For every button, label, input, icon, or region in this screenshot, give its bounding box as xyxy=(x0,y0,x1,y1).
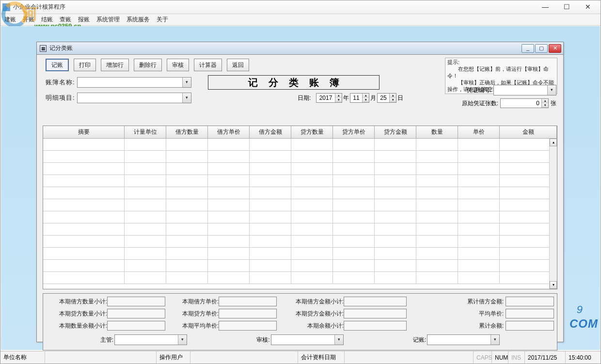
debit-amount-subtotal-input[interactable] xyxy=(344,297,407,306)
menu-about[interactable]: 关于 xyxy=(157,16,168,24)
chevron-down-icon[interactable]: ▾ xyxy=(182,93,191,103)
minimize-button[interactable]: — xyxy=(535,2,556,13)
ledger-minimize-button[interactable]: _ xyxy=(522,44,534,53)
status-ins: INS xyxy=(508,351,525,364)
col-unit[interactable]: 计量单位 xyxy=(125,126,166,138)
calculator-button[interactable]: 计算器 xyxy=(194,59,222,71)
debit-qty-subtotal-input[interactable] xyxy=(107,297,165,306)
table-row[interactable] xyxy=(43,163,557,175)
avg-price-input[interactable] xyxy=(506,309,554,318)
detail-combo[interactable]: ▾ xyxy=(77,93,191,103)
menu-new-account[interactable]: 建账 xyxy=(4,16,16,24)
grid-header: 摘要 计量单位 借方数量 借方单价 借方金额 贷方数量 贷方单价 贷方金额 数量… xyxy=(43,126,557,139)
spin-down-icon[interactable]: ▾ xyxy=(542,103,548,108)
menu-sys-manage[interactable]: 系统管理 xyxy=(96,16,120,24)
table-row[interactable] xyxy=(43,139,557,151)
scroll-down-icon[interactable]: ▾ xyxy=(550,281,557,289)
menu-query[interactable]: 查账 xyxy=(60,16,71,24)
back-button[interactable]: 返回 xyxy=(227,59,249,71)
col-credit-amount[interactable]: 贷方金额 xyxy=(375,126,416,138)
status-date-label: 会计资料日期 xyxy=(298,351,345,364)
auditor-combo[interactable]: ▾ xyxy=(271,334,344,345)
year-spinner[interactable]: ▴▾ xyxy=(316,93,342,103)
st-label: 本期借方金额小计: xyxy=(281,298,344,306)
col-credit-price[interactable]: 贷方单价 xyxy=(333,126,375,138)
menu-sys-service[interactable]: 系统服务 xyxy=(127,16,150,24)
hint-title: 提示: xyxy=(447,59,459,65)
spin-up-icon[interactable]: ▴ xyxy=(363,94,369,98)
spin-down-icon[interactable]: ▾ xyxy=(335,98,342,102)
col-qty[interactable]: 数量 xyxy=(416,126,458,138)
chevron-down-icon[interactable]: ▾ xyxy=(178,335,187,345)
print-button[interactable]: 打印 xyxy=(74,59,96,71)
col-debit-amount[interactable]: 借方金额 xyxy=(250,126,291,138)
table-row[interactable] xyxy=(43,211,557,223)
cum-balance-input[interactable] xyxy=(506,321,554,331)
table-row[interactable] xyxy=(43,236,557,248)
orig-count-spinner[interactable]: ▴▾ xyxy=(500,98,549,108)
menu-open-account[interactable]: 开账 xyxy=(23,16,34,24)
delete-row-button[interactable]: 删除行 xyxy=(134,59,162,71)
st-label: 本期余额小计: xyxy=(281,322,344,330)
col-debit-qty[interactable]: 借方数量 xyxy=(166,126,208,138)
audit-button[interactable]: 审核 xyxy=(167,59,189,71)
table-row[interactable] xyxy=(43,175,557,187)
spin-down-icon[interactable]: ▾ xyxy=(363,98,369,102)
record-button[interactable]: 记账 xyxy=(46,59,69,71)
table-row[interactable] xyxy=(43,260,557,272)
voucher-no-combo[interactable]: ▾ xyxy=(493,85,556,95)
chevron-down-icon[interactable]: ▾ xyxy=(334,335,343,345)
month-spinner[interactable]: ▴▾ xyxy=(350,93,369,103)
spin-up-icon[interactable]: ▴ xyxy=(335,94,342,98)
month-input[interactable] xyxy=(350,94,362,102)
col-price[interactable]: 单价 xyxy=(458,126,500,138)
cum-debit-input[interactable] xyxy=(506,297,554,306)
bookname-combo[interactable]: ▾ xyxy=(77,77,191,88)
year-input[interactable] xyxy=(316,94,335,102)
spin-up-icon[interactable]: ▴ xyxy=(542,99,548,103)
vertical-scrollbar[interactable]: ▴ ▾ xyxy=(549,139,557,289)
st-label: 本期数量余额小计: xyxy=(49,322,107,330)
recorder-combo[interactable]: ▾ xyxy=(427,334,500,345)
ledger-title: 记分类账 xyxy=(49,44,522,52)
supervisor-combo[interactable]: ▾ xyxy=(114,334,187,345)
grid-body[interactable]: document.write(Array.from({length:12}).m… xyxy=(43,139,557,284)
close-button[interactable]: ✕ xyxy=(577,2,599,13)
chevron-down-icon[interactable]: ▾ xyxy=(547,85,556,95)
menu-report[interactable]: 报账 xyxy=(78,16,90,24)
period-avg-price-input[interactable] xyxy=(219,321,277,331)
credit-price-input[interactable] xyxy=(219,309,277,318)
credit-qty-subtotal-input[interactable] xyxy=(107,309,165,318)
spin-down-icon[interactable]: ▾ xyxy=(390,98,396,102)
table-row[interactable] xyxy=(43,272,557,284)
spin-up-icon[interactable]: ▴ xyxy=(390,94,396,98)
balance-subtotal-input[interactable] xyxy=(344,321,407,331)
data-grid[interactable]: 摘要 计量单位 借方数量 借方单价 借方金额 贷方数量 贷方单价 贷方金额 数量… xyxy=(43,126,557,289)
col-amount[interactable]: 金额 xyxy=(500,126,557,138)
chevron-down-icon[interactable]: ▾ xyxy=(182,78,191,87)
table-row[interactable] xyxy=(43,223,557,236)
side-number: 9 xyxy=(577,303,583,316)
add-row-button[interactable]: 增加行 xyxy=(101,59,129,71)
qty-balance-input[interactable] xyxy=(107,321,165,331)
col-summary[interactable]: 摘要 xyxy=(43,126,125,138)
st-label: 本期借方数量小计: xyxy=(49,298,107,306)
table-row[interactable] xyxy=(43,187,557,199)
scroll-up-icon[interactable]: ▴ xyxy=(550,139,557,146)
menu-close-account[interactable]: 结账 xyxy=(41,16,53,24)
maximize-button[interactable]: ☐ xyxy=(556,2,577,13)
col-debit-price[interactable]: 借方单价 xyxy=(208,126,250,138)
day-spinner[interactable]: ▴▾ xyxy=(377,93,396,103)
credit-amount-subtotal-input[interactable] xyxy=(344,309,407,318)
col-credit-qty[interactable]: 贷方数量 xyxy=(291,126,333,138)
table-row[interactable] xyxy=(43,151,557,163)
ledger-close-button[interactable]: ✕ xyxy=(549,44,561,53)
debit-price-input[interactable] xyxy=(219,297,277,306)
orig-count-input[interactable] xyxy=(501,99,541,108)
table-row[interactable] xyxy=(43,199,557,211)
day-input[interactable] xyxy=(378,94,389,102)
chevron-down-icon[interactable]: ▾ xyxy=(490,335,499,345)
ledger-maximize-button[interactable]: ▢ xyxy=(535,44,548,53)
status-unit-value xyxy=(45,351,157,364)
table-row[interactable] xyxy=(43,248,557,260)
